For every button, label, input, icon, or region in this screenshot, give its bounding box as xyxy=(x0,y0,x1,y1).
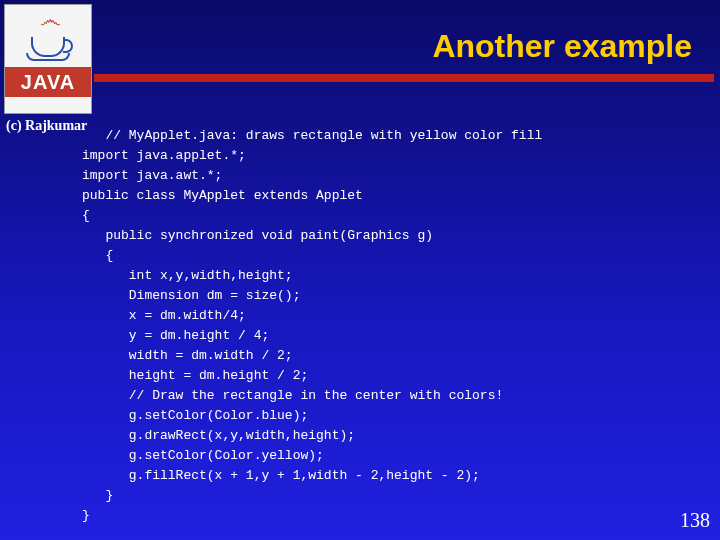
java-logo: ෴ JAVA xyxy=(4,4,92,114)
copyright-label: (c) Rajkumar xyxy=(6,118,87,134)
java-logo-text: JAVA xyxy=(5,67,91,97)
page-number: 138 xyxy=(680,509,710,532)
slide-title: Another example xyxy=(432,28,692,65)
coffee-cup-icon: ෴ xyxy=(26,13,70,63)
code-block: // MyApplet.java: draws rectangle with y… xyxy=(82,126,690,526)
title-underline xyxy=(94,74,714,82)
